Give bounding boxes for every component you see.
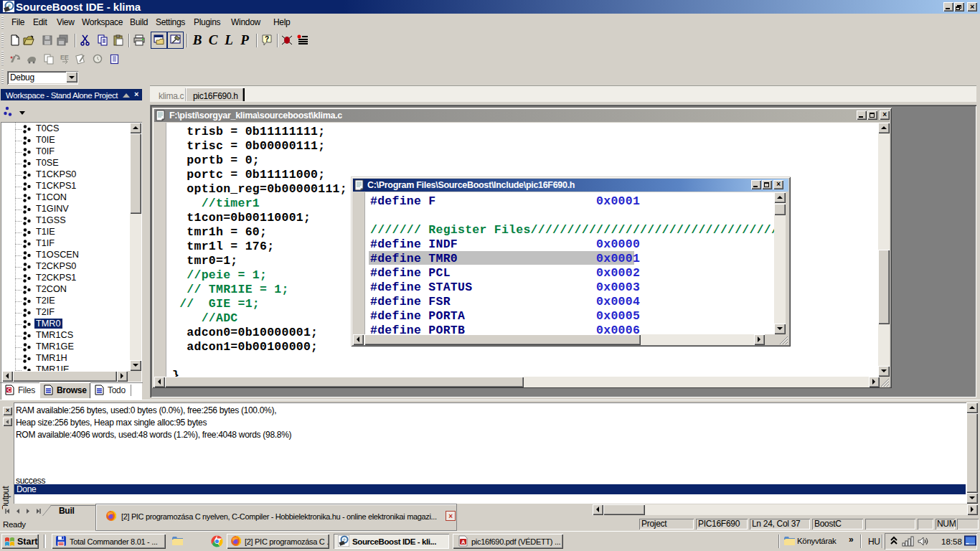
svg-text:C: C [7, 387, 11, 393]
svg-text:?: ? [265, 35, 269, 43]
svg-text:EE: EE [60, 54, 69, 61]
svg-text:A: A [461, 539, 466, 545]
